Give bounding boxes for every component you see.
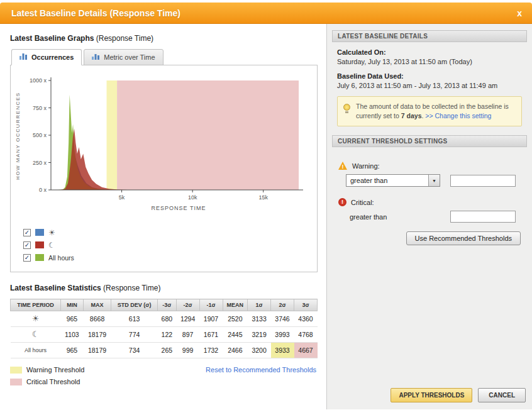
column-header: MEAN bbox=[223, 299, 248, 311]
stat-cell: 1907 bbox=[199, 311, 223, 327]
tab-occurrences[interactable]: Occurrences bbox=[11, 49, 82, 65]
period-cell: All hours bbox=[11, 343, 61, 358]
period-cell: ☾ bbox=[11, 327, 61, 343]
dialog-footer: APPLY THRESHOLDS CANCEL bbox=[332, 388, 527, 404]
stat-cell: 2466 bbox=[223, 343, 248, 358]
svg-text:5k: 5k bbox=[119, 194, 125, 201]
column-header: -3σ bbox=[158, 299, 177, 311]
svg-text:1000 x: 1000 x bbox=[30, 77, 47, 84]
bar-chart-icon bbox=[19, 53, 28, 61]
critical-threshold-label: Critical Threshold bbox=[26, 378, 80, 385]
critical-label: Critical: bbox=[351, 199, 374, 206]
lightbulb-icon bbox=[343, 104, 350, 111]
stat-cell: 774 bbox=[111, 327, 158, 343]
all-hours-checkbox[interactable] bbox=[23, 254, 31, 262]
tab-occurrences-label: Occurrences bbox=[31, 53, 74, 61]
warning-operator-select[interactable]: greater than bbox=[346, 174, 440, 187]
baseline-details-block: Calculated On: Saturday, July 13, 2013 a… bbox=[332, 42, 527, 135]
warning-row: ! Warning: bbox=[338, 162, 523, 170]
column-header: TIME PERIOD bbox=[11, 299, 61, 311]
baseline-statistics-table: TIME PERIODMINMAXSTD DEV (σ)-3σ-2σ-1σMEA… bbox=[10, 299, 318, 358]
baseline-details-dialog: Latest Baseline Details (Response Time) … bbox=[0, 0, 532, 410]
night-swatch bbox=[35, 241, 44, 248]
statistics-heading-bold: Latest Baseline Statistics bbox=[10, 284, 101, 292]
all-hours-swatch bbox=[35, 254, 44, 261]
stat-cell: 1732 bbox=[199, 343, 223, 358]
cancel-button[interactable]: CANCEL bbox=[478, 388, 526, 402]
occurrences-chart-box: HOW MANY OCCURRENCES 0 x250 x500 x750 x1… bbox=[10, 65, 318, 272]
line-chart-icon bbox=[92, 53, 100, 61]
change-setting-link[interactable]: >> Change this setting bbox=[425, 112, 491, 119]
stat-cell: 1294 bbox=[176, 311, 199, 327]
warning-threshold-label: Warning Threshold bbox=[26, 366, 84, 374]
column-header: 2σ bbox=[271, 299, 294, 311]
svg-text:0 x: 0 x bbox=[39, 187, 47, 193]
stat-cell: 4768 bbox=[294, 327, 318, 343]
occurrences-chart: 0 x250 x500 x750 x1000 x5k10k15k bbox=[22, 74, 306, 201]
dialog-titlebar: Latest Baseline Details (Response Time) … bbox=[0, 3, 532, 24]
graphs-heading-suffix: (Response Time) bbox=[94, 34, 153, 43]
column-header: -2σ bbox=[176, 299, 199, 311]
dialog-title: Latest Baseline Details (Response Time) bbox=[11, 8, 516, 18]
table-row: ☀9658668613680129419072520313337464360 bbox=[11, 311, 318, 327]
series-toggle-legend: All hours bbox=[23, 228, 313, 262]
column-header: STD DEV (σ) bbox=[111, 299, 158, 311]
stat-cell: 3219 bbox=[248, 327, 271, 343]
stat-cell: 999 bbox=[176, 343, 199, 358]
baseline-data-used-value: July 6, 2013 at 11:50 am - July 13, 2013… bbox=[337, 82, 523, 89]
stat-cell: 2520 bbox=[223, 311, 248, 327]
stat-cell: 965 bbox=[60, 343, 83, 358]
tab-metric-over-time[interactable]: Metric over Time bbox=[84, 49, 163, 65]
sun-icon: ☀ bbox=[32, 314, 40, 323]
warning-operator-value: greater than bbox=[346, 177, 428, 184]
column-header: -1σ bbox=[199, 299, 223, 311]
baseline-data-used-label: Baseline Data Used: bbox=[337, 72, 523, 80]
stat-cell: 613 bbox=[111, 311, 158, 327]
critical-swatch bbox=[10, 379, 22, 385]
statistics-heading-suffix: (Response Time) bbox=[101, 284, 161, 292]
calculated-on-value: Saturday, July 13, 2013 at 11:50 am (Tod… bbox=[337, 58, 523, 65]
stat-cell: 734 bbox=[111, 343, 158, 358]
apply-thresholds-button[interactable]: APPLY THRESHOLDS bbox=[391, 388, 472, 402]
stat-cell: 4667 bbox=[294, 343, 318, 358]
warning-controls: greater than bbox=[346, 174, 523, 187]
graphs-panel: Latest Baseline Graphs (Response Time) O… bbox=[0, 24, 326, 409]
stat-cell: 18179 bbox=[83, 327, 111, 343]
stat-cell: 1103 bbox=[60, 327, 83, 343]
day-checkbox[interactable] bbox=[23, 229, 31, 236]
all-hours-label: All hours bbox=[48, 254, 74, 262]
stat-cell: 18179 bbox=[83, 343, 111, 358]
stat-cell: 3133 bbox=[248, 311, 271, 327]
svg-text:15k: 15k bbox=[258, 194, 268, 201]
latest-baseline-details-header: LATEST BASELINE DETAILS bbox=[332, 30, 527, 42]
night-checkbox[interactable] bbox=[23, 241, 31, 249]
warning-threshold-legend: Warning Threshold bbox=[10, 366, 84, 374]
svg-text:750 x: 750 x bbox=[33, 105, 47, 111]
svg-text:10k: 10k bbox=[188, 194, 197, 201]
column-header: MIN bbox=[60, 299, 83, 311]
critical-controls: greater than bbox=[346, 211, 523, 223]
x-axis-title: RESPONSE TIME bbox=[22, 205, 306, 211]
stat-cell: 3993 bbox=[271, 327, 294, 343]
critical-operator-value: greater than bbox=[346, 213, 440, 221]
use-recommended-thresholds-button[interactable]: Use Recommended Thresholds bbox=[406, 231, 521, 245]
warning-threshold-input[interactable] bbox=[450, 175, 516, 187]
critical-threshold-input[interactable] bbox=[450, 211, 516, 223]
note-text: The amount of data to be collected in th… bbox=[356, 102, 516, 121]
warning-label: Warning: bbox=[352, 162, 380, 170]
svg-text:250 x: 250 x bbox=[33, 160, 47, 166]
warning-icon: ! bbox=[338, 162, 348, 170]
y-axis-title: HOW MANY OCCURRENCES bbox=[13, 74, 22, 197]
stat-cell: 965 bbox=[60, 311, 83, 327]
critical-threshold-legend: Critical Threshold bbox=[10, 378, 84, 385]
stat-cell: 3200 bbox=[248, 343, 271, 358]
svg-text:500 x: 500 x bbox=[33, 132, 47, 138]
column-header: 1σ bbox=[248, 299, 271, 311]
close-icon[interactable]: x bbox=[516, 8, 523, 18]
details-sidebar: LATEST BASELINE DETAILS Calculated On: S… bbox=[326, 24, 532, 409]
reset-to-recommended-link[interactable]: Reset to Recommended Thresholds bbox=[206, 366, 316, 390]
stat-cell: 4360 bbox=[294, 311, 318, 327]
stat-cell: 680 bbox=[158, 311, 177, 327]
stat-cell: 122 bbox=[158, 327, 177, 343]
graphs-heading-bold: Latest Baseline Graphs bbox=[10, 34, 94, 43]
